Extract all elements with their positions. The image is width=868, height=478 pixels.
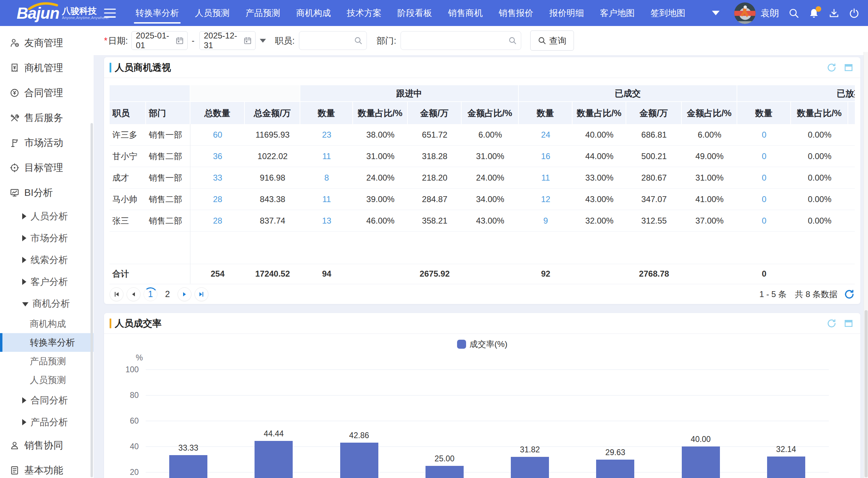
search-icon[interactable] — [788, 8, 799, 19]
nav-item-9[interactable]: 客户地图 — [592, 0, 643, 26]
sidebar-item-19[interactable]: 基本功能 — [0, 458, 94, 478]
first-page-button[interactable] — [110, 287, 123, 301]
nav-item-2[interactable]: 产品预测 — [238, 0, 288, 26]
prev-page-button[interactable] — [127, 287, 140, 301]
sidebar-item-7[interactable]: 人员分析 — [0, 205, 94, 227]
cell-1-2[interactable]: 36 — [190, 146, 245, 167]
bar-2[interactable] — [340, 443, 378, 478]
nav-item-0[interactable]: 转换率分析 — [128, 0, 187, 26]
sidebar-item-16[interactable]: 合同分析 — [0, 389, 94, 411]
cell-3-4[interactable]: 11 — [300, 189, 353, 210]
user-name[interactable]: 袁朗 — [760, 7, 779, 19]
column-header-7[interactable]: 金额占比/% — [462, 102, 519, 124]
bar-3[interactable] — [426, 466, 464, 478]
sidebar-item-1[interactable]: 商机管理 — [0, 55, 94, 80]
date-to-input[interactable]: 2025-12-31 — [199, 31, 256, 50]
sidebar-item-10[interactable]: 客户分析 — [0, 271, 94, 293]
cell-4-8[interactable]: 9 — [519, 210, 573, 232]
cell-2-4[interactable]: 8 — [300, 167, 353, 189]
bar-6[interactable] — [682, 446, 720, 478]
dept-input[interactable] — [401, 31, 521, 50]
cell-2-2[interactable]: 33 — [190, 167, 245, 189]
nav-item-4[interactable]: 技术方案 — [339, 0, 389, 26]
cell-2-8[interactable]: 11 — [519, 167, 573, 189]
next-page-button[interactable] — [178, 287, 191, 301]
column-header-12[interactable]: 数量 — [737, 102, 791, 124]
bar-5[interactable] — [596, 460, 634, 478]
maximize-window-icon[interactable] — [844, 63, 853, 72]
nav-item-10[interactable]: 签到地图 — [643, 0, 693, 26]
nav-item-1[interactable]: 人员预测 — [187, 0, 238, 26]
caret-down-icon[interactable] — [712, 11, 720, 15]
cell-1-8[interactable]: 16 — [519, 146, 573, 167]
sidebar-item-5[interactable]: 目标管理 — [0, 155, 94, 180]
sidebar-item-8[interactable]: 市场分析 — [0, 227, 94, 249]
magnifier-icon[interactable] — [354, 36, 363, 45]
scrollbar-thumb[interactable] — [865, 310, 868, 477]
sidebar-item-2[interactable]: 合同管理 — [0, 80, 94, 105]
sidebar-item-13[interactable]: 转换率分析 — [0, 333, 94, 352]
app-logo[interactable]: Bajun 八骏科技 Anyone,Anytime,Anywhere! — [17, 5, 96, 21]
sidebar-item-6[interactable]: BI分析 — [0, 180, 94, 205]
sidebar-item-14[interactable]: 产品预测 — [0, 352, 94, 371]
sidebar-item-17[interactable]: 产品分析 — [0, 411, 94, 433]
page-button-2[interactable]: 2 — [161, 287, 174, 301]
date-type-caret-icon[interactable] — [260, 39, 266, 43]
cell-3-8[interactable]: 12 — [519, 189, 573, 210]
refresh-icon[interactable] — [826, 62, 837, 73]
column-header-2[interactable]: 总数量 — [190, 102, 245, 124]
column-header-8[interactable]: 数量 — [519, 102, 573, 124]
magnifier-icon[interactable] — [508, 36, 517, 45]
cell-2-12[interactable]: 0 — [737, 167, 791, 189]
sidebar-item-4[interactable]: 市场活动 — [0, 130, 94, 155]
last-page-button[interactable] — [195, 287, 208, 301]
page-button-1[interactable]: 1 — [144, 287, 157, 301]
column-header-6[interactable]: 金额/万 — [408, 102, 462, 124]
sidebar-item-15[interactable]: 人员预测 — [0, 371, 94, 389]
sidebar-item-0[interactable]: 友商管理 — [0, 31, 94, 55]
column-header-11[interactable]: 金额占比/% — [682, 102, 737, 124]
download-icon[interactable] — [828, 8, 840, 19]
power-icon[interactable] — [849, 8, 860, 19]
sidebar-item-9[interactable]: 线索分析 — [0, 249, 94, 271]
column-header-1[interactable]: 部门 — [146, 102, 190, 124]
menu-icon[interactable] — [104, 9, 116, 18]
chart-legend[interactable]: 成交率(%) — [104, 339, 860, 350]
bar-0[interactable] — [169, 455, 207, 478]
bell-icon[interactable] — [808, 8, 819, 19]
nav-item-6[interactable]: 销售商机 — [440, 0, 491, 26]
cell-0-2[interactable]: 60 — [190, 124, 245, 146]
maximize-window-icon[interactable] — [844, 319, 853, 328]
bar-7[interactable] — [767, 457, 805, 478]
column-header-5[interactable]: 数量占比/% — [353, 102, 408, 124]
cell-1-4[interactable]: 11 — [300, 146, 353, 167]
cell-3-12[interactable]: 0 — [737, 189, 791, 210]
sidebar-item-11[interactable]: 商机分析 — [0, 293, 94, 314]
cell-0-12[interactable]: 0 — [737, 124, 791, 146]
avatar[interactable] — [734, 2, 756, 24]
column-header-14[interactable]: 金额/万 — [848, 102, 855, 124]
column-header-10[interactable]: 金额/万 — [626, 102, 682, 124]
refresh-icon[interactable] — [826, 318, 837, 329]
sidebar-scrollbar[interactable] — [91, 123, 93, 477]
cell-1-12[interactable]: 0 — [737, 146, 791, 167]
cell-4-2[interactable]: 28 — [190, 210, 245, 232]
bar-4[interactable] — [511, 457, 549, 478]
column-header-9[interactable]: 数量占比/% — [573, 102, 626, 124]
column-header-0[interactable]: 职员 — [110, 102, 146, 124]
column-header-3[interactable]: 总金额/万 — [245, 102, 300, 124]
cell-4-12[interactable]: 0 — [737, 210, 791, 232]
cell-3-2[interactable]: 28 — [190, 189, 245, 210]
page-scrollbar[interactable] — [863, 52, 868, 478]
sidebar-item-18[interactable]: 销售协同 — [0, 433, 94, 458]
cell-0-4[interactable]: 23 — [300, 124, 353, 146]
query-button[interactable]: 查询 — [530, 31, 574, 51]
bar-1[interactable] — [255, 441, 293, 478]
cell-4-4[interactable]: 13 — [300, 210, 353, 232]
cell-0-8[interactable]: 24 — [519, 124, 573, 146]
sidebar-item-12[interactable]: 商机构成 — [0, 314, 94, 333]
sidebar-item-3[interactable]: 售后服务 — [0, 105, 94, 130]
nav-item-7[interactable]: 销售报价 — [491, 0, 541, 26]
column-header-4[interactable]: 数量 — [300, 102, 353, 124]
refresh-icon[interactable] — [844, 289, 855, 300]
